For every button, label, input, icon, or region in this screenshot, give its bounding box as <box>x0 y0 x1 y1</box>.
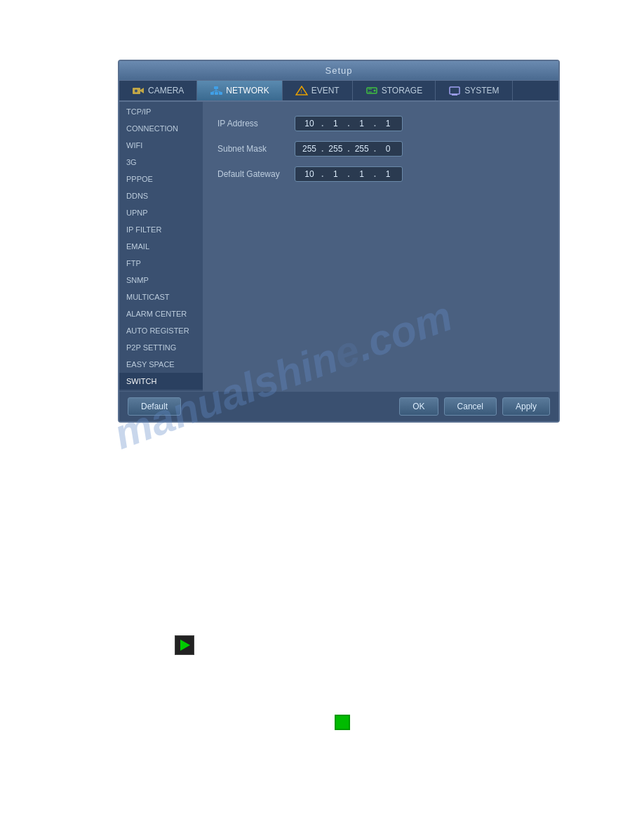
button-bar: Default OK Cancel Apply <box>119 391 558 421</box>
svg-rect-16 <box>450 87 459 94</box>
default-gateway-octet-2[interactable]: 1 <box>326 169 345 179</box>
svg-rect-4 <box>210 92 214 95</box>
ip-address-octet-3[interactable]: 1 <box>352 119 372 128</box>
sidebar: TCP/IP CONNECTION WIFI 3G PPPOE DDNS UPN… <box>119 102 203 391</box>
tab-storage-label: STORAGE <box>382 86 422 95</box>
sidebar-item-tcpip[interactable]: TCP/IP <box>119 103 203 120</box>
ip-address-octet-4[interactable]: 1 <box>378 119 398 128</box>
tab-system-label: SYSTEM <box>464 86 499 95</box>
camera-icon <box>132 86 145 95</box>
sidebar-item-upnp[interactable]: UPNP <box>119 204 203 221</box>
svg-rect-5 <box>215 92 218 95</box>
sidebar-item-ipfilter[interactable]: IP FILTER <box>119 221 203 238</box>
tab-event[interactable]: ! EVENT <box>283 81 353 100</box>
content-area: TCP/IP CONNECTION WIFI 3G PPPOE DDNS UPN… <box>119 102 558 391</box>
svg-marker-1 <box>140 88 144 93</box>
event-icon: ! <box>295 86 308 95</box>
system-icon <box>448 86 461 95</box>
ip-address-row: IP Address 10 . 1 . 1 . 1 <box>217 116 544 131</box>
play-button-icon[interactable] <box>175 635 194 655</box>
ip-address-label: IP Address <box>217 119 295 128</box>
default-gateway-field[interactable]: 10 . 1 . 1 . 1 <box>295 166 403 182</box>
sidebar-item-3g[interactable]: 3G <box>119 154 203 171</box>
ok-button[interactable]: OK <box>399 397 438 416</box>
svg-line-8 <box>213 91 217 92</box>
dialog-title-bar: Setup <box>119 61 558 81</box>
sidebar-item-multicast[interactable]: MULTICAST <box>119 289 203 305</box>
sidebar-item-alarmcenter[interactable]: ALARM CENTER <box>119 305 203 322</box>
storage-icon <box>365 86 378 95</box>
tab-camera-label: CAMERA <box>148 86 184 95</box>
sidebar-item-ftp[interactable]: FTP <box>119 255 203 272</box>
sidebar-item-autoregister[interactable]: AUTO REGISTER <box>119 322 203 339</box>
subnet-mask-field[interactable]: 255 . 255 . 255 . 0 <box>295 141 403 157</box>
subnet-mask-octet-3[interactable]: 255 <box>352 144 372 154</box>
tab-system[interactable]: SYSTEM <box>436 81 512 100</box>
svg-text:!: ! <box>300 89 302 94</box>
sidebar-item-snmp[interactable]: SNMP <box>119 272 203 289</box>
network-icon <box>210 86 222 95</box>
default-gateway-octet-1[interactable]: 10 <box>300 169 319 179</box>
apply-button[interactable]: Apply <box>502 397 550 416</box>
svg-rect-3 <box>214 86 218 89</box>
subnet-mask-octet-1[interactable]: 255 <box>300 144 319 154</box>
subnet-mask-label: Subnet Mask <box>217 144 295 154</box>
tab-camera[interactable]: CAMERA <box>119 81 197 100</box>
play-triangle <box>180 640 190 651</box>
sidebar-item-email[interactable]: EMAIL <box>119 238 203 255</box>
default-gateway-label: Default Gateway <box>217 169 295 179</box>
svg-point-2 <box>135 90 137 93</box>
tab-event-label: EVENT <box>311 86 340 95</box>
tab-storage[interactable]: STORAGE <box>353 81 436 100</box>
svg-line-9 <box>216 91 221 92</box>
setup-dialog: Setup CAMERA <box>118 60 560 423</box>
main-panel: IP Address 10 . 1 . 1 . 1 Subnet Mask 25… <box>203 102 558 391</box>
default-gateway-row: Default Gateway 10 . 1 . 1 . 1 <box>217 166 544 182</box>
svg-rect-6 <box>219 92 222 95</box>
tab-bar: CAMERA NETWORK ! <box>119 81 558 102</box>
sidebar-item-wifi[interactable]: WIFI <box>119 137 203 154</box>
sidebar-item-easyspace[interactable]: EASY SPACE <box>119 356 203 373</box>
default-button[interactable]: Default <box>128 397 181 416</box>
svg-point-13 <box>373 90 375 92</box>
sidebar-item-pppoe[interactable]: PPPOE <box>119 171 203 187</box>
tab-network[interactable]: NETWORK <box>197 81 282 100</box>
subnet-mask-octet-2[interactable]: 255 <box>326 144 345 154</box>
sidebar-item-ddns[interactable]: DDNS <box>119 187 203 204</box>
ip-address-field[interactable]: 10 . 1 . 1 . 1 <box>295 116 403 131</box>
tab-network-label: NETWORK <box>226 86 269 95</box>
sidebar-item-p2psetting[interactable]: P2P SETTING <box>119 339 203 356</box>
sidebar-item-switch[interactable]: SWITCH <box>119 373 203 390</box>
subnet-mask-octet-4[interactable]: 0 <box>378 144 398 154</box>
dialog-title: Setup <box>326 65 353 76</box>
sidebar-item-connection[interactable]: CONNECTION <box>119 120 203 137</box>
ip-address-octet-2[interactable]: 1 <box>326 119 345 128</box>
default-gateway-octet-4[interactable]: 1 <box>378 169 398 179</box>
svg-rect-17 <box>452 94 457 95</box>
default-gateway-octet-3[interactable]: 1 <box>352 169 372 179</box>
cancel-button[interactable]: Cancel <box>444 397 497 416</box>
green-square-icon <box>335 715 350 730</box>
subnet-mask-row: Subnet Mask 255 . 255 . 255 . 0 <box>217 141 544 157</box>
ip-address-octet-1[interactable]: 10 <box>300 119 319 128</box>
